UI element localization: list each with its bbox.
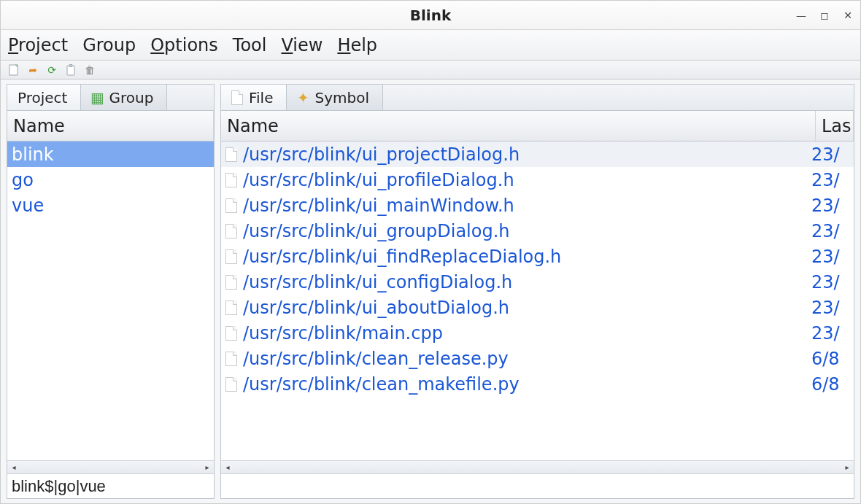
svg-rect-0 — [9, 65, 18, 75]
file-date: 23/ — [811, 170, 849, 190]
file-path: /usr/src/blink/ui_profileDialog.h — [243, 170, 811, 190]
window-title: Blink — [410, 7, 452, 24]
file-icon — [225, 377, 237, 392]
file-date: 23/ — [811, 272, 849, 292]
left-filter — [7, 473, 214, 498]
project-list-item[interactable]: go — [7, 167, 214, 193]
menu-tool[interactable]: Tool — [233, 35, 267, 55]
tab-project-label: Project — [18, 89, 67, 106]
minimize-button[interactable]: — — [796, 9, 806, 21]
file-path: /usr/src/blink/ui_findReplaceDialog.h — [243, 247, 811, 267]
file-list-row[interactable]: /usr/src/blink/ui_aboutDialog.h23/ — [221, 295, 854, 320]
tab-group-label: Group — [109, 89, 153, 106]
svg-rect-3 — [69, 64, 72, 66]
file-path: /usr/src/blink/ui_aboutDialog.h — [243, 298, 811, 318]
file-list-row[interactable]: /usr/src/blink/ui_projectDialog.h23/ — [221, 141, 854, 167]
file-list-row[interactable]: /usr/src/blink/clean_release.py6/8 — [221, 346, 854, 371]
open-arrow-icon[interactable]: ➦ — [27, 64, 39, 76]
toolbar: ➦ ⟳ 🗑 — [1, 61, 860, 80]
col-name[interactable]: Name — [7, 111, 214, 141]
symbol-icon: ✦ — [297, 92, 309, 104]
menu-project[interactable]: Project — [8, 35, 68, 55]
file-path: /usr/src/blink/ui_projectDialog.h — [243, 144, 811, 165]
file-date: 23/ — [811, 247, 849, 267]
left-panel: Project ▦ Group Name blinkgovue ◂ ▸ — [7, 84, 215, 499]
menu-bar: Project Group Options Tool View Help — [1, 30, 860, 61]
file-list-row[interactable]: /usr/src/blink/clean_makefile.py6/8 — [221, 371, 854, 397]
trash-icon[interactable]: 🗑 — [84, 64, 96, 76]
file-date: 23/ — [811, 323, 849, 344]
file-icon — [225, 224, 237, 239]
main-area: Project ▦ Group Name blinkgovue ◂ ▸ File — [1, 80, 860, 503]
tab-file-label: File — [249, 89, 273, 106]
file-date: 23/ — [811, 221, 849, 241]
file-date: 6/8 — [811, 374, 849, 395]
col-last[interactable]: Las — [816, 111, 854, 141]
project-filter-input[interactable] — [7, 474, 214, 498]
tab-symbol-label: Symbol — [314, 89, 369, 106]
file-path: /usr/src/blink/clean_release.py — [243, 349, 811, 369]
file-list-row[interactable]: /usr/src/blink/ui_mainWindow.h23/ — [221, 193, 854, 218]
file-list-row[interactable]: /usr/src/blink/ui_findReplaceDialog.h23/ — [221, 244, 854, 269]
file-path: /usr/src/blink/main.cpp — [243, 323, 811, 344]
tab-project[interactable]: Project — [7, 85, 81, 110]
scroll-left-icon[interactable]: ◂ — [9, 463, 19, 471]
menu-group[interactable]: Group — [82, 35, 136, 55]
file-date: 6/8 — [811, 349, 849, 369]
file-date: 23/ — [811, 195, 849, 216]
project-list: blinkgovue — [7, 141, 214, 460]
file-icon — [225, 198, 237, 213]
clipboard-icon[interactable] — [65, 64, 77, 76]
maximize-button[interactable]: ◻ — [819, 9, 830, 21]
file-icon — [225, 147, 237, 162]
menu-help[interactable]: Help — [337, 35, 377, 55]
file-list-row[interactable]: /usr/src/blink/ui_configDialog.h23/ — [221, 269, 854, 295]
tab-group[interactable]: ▦ Group — [81, 85, 167, 110]
file-path: /usr/src/blink/ui_mainWindow.h — [243, 195, 811, 216]
titlebar: Blink — ◻ ✕ — [1, 1, 860, 30]
grid-icon: ▦ — [91, 92, 103, 104]
file-path: /usr/src/blink/ui_configDialog.h — [243, 272, 811, 292]
right-hscroll[interactable]: ◂ ▸ — [221, 460, 854, 473]
col-name[interactable]: Name — [221, 111, 816, 141]
file-path: /usr/src/blink/ui_groupDialog.h — [243, 221, 811, 241]
file-icon — [225, 275, 237, 290]
left-tabs: Project ▦ Group — [7, 85, 214, 111]
file-icon — [225, 249, 237, 264]
tab-file[interactable]: File — [221, 85, 287, 110]
right-tabs: File ✦ Symbol — [221, 85, 854, 111]
new-file-icon[interactable] — [8, 64, 20, 76]
file-list-row[interactable]: /usr/src/blink/main.cpp23/ — [221, 320, 854, 346]
file-list: /usr/src/blink/ui_projectDialog.h23//usr… — [221, 141, 854, 460]
file-icon — [225, 352, 237, 366]
file-list-row[interactable]: /usr/src/blink/ui_groupDialog.h23/ — [221, 218, 854, 244]
menu-options[interactable]: Options — [150, 35, 218, 55]
project-list-item[interactable]: vue — [7, 193, 214, 218]
scroll-left-icon[interactable]: ◂ — [223, 463, 233, 471]
scroll-right-icon[interactable]: ▸ — [202, 463, 212, 471]
file-filter-input[interactable] — [221, 474, 854, 498]
file-icon — [225, 301, 237, 315]
file-icon — [225, 173, 237, 187]
left-hscroll[interactable]: ◂ ▸ — [7, 460, 214, 473]
file-path: /usr/src/blink/clean_makefile.py — [243, 374, 811, 395]
left-column-header: Name — [7, 111, 214, 141]
scroll-right-icon[interactable]: ▸ — [842, 463, 852, 471]
close-button[interactable]: ✕ — [843, 9, 853, 21]
refresh-icon[interactable]: ⟳ — [46, 64, 58, 76]
file-icon — [225, 326, 237, 341]
file-date: 23/ — [811, 298, 849, 318]
file-icon — [231, 92, 243, 104]
right-panel: File ✦ Symbol Name Las /usr/src/blink/ui… — [220, 84, 854, 499]
window-buttons: — ◻ ✕ — [796, 9, 853, 21]
tab-symbol[interactable]: ✦ Symbol — [287, 85, 383, 110]
right-filter — [221, 473, 854, 498]
menu-view[interactable]: View — [281, 35, 323, 55]
file-date: 23/ — [811, 144, 849, 165]
file-list-row[interactable]: /usr/src/blink/ui_profileDialog.h23/ — [221, 167, 854, 193]
project-list-item[interactable]: blink — [7, 141, 214, 167]
right-column-header: Name Las — [221, 111, 854, 141]
